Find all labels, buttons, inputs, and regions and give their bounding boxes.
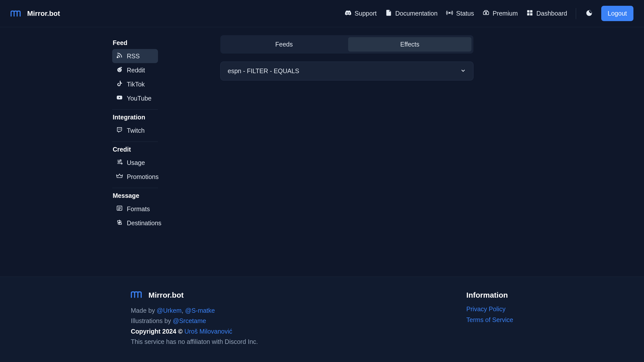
effect-select-dropdown[interactable]: espn - FILTER - EQUALS [220,62,473,80]
nav-dashboard[interactable]: Dashboard [525,7,568,20]
sidebar-section-integration: Integration Twitch [112,114,220,138]
broadcast-icon [446,9,453,18]
footer: Mirror.bot Made by @Urkem, @S-matke Illu… [0,277,644,362]
nav-label: Support [355,10,377,17]
link-terms-of-service[interactable]: Terms of Service [466,316,513,324]
footer-illustrations: Illustrations by @Srcetame [131,316,258,326]
nav-status[interactable]: Status [445,7,475,20]
discord-icon [345,9,352,18]
nav-documentation[interactable]: Documentation [384,7,438,20]
svg-point-7 [590,11,591,12]
svg-rect-3 [527,10,530,12]
link-srcetame[interactable]: @Srcetame [173,317,206,324]
tiktok-icon [116,80,123,88]
svg-point-13 [118,69,119,70]
svg-point-14 [120,69,121,70]
svg-point-8 [591,12,592,13]
document-icon [385,9,392,18]
nav-label: Premium [493,10,518,17]
footer-text: Made by [131,307,157,314]
sidebar-heading: Feed [112,39,220,49]
sidebar-section-message: Message Formats Destinations [112,192,220,230]
sidebar-item-tiktok[interactable]: TikTok [112,77,158,91]
sidebar-item-youtube[interactable]: YouTube [112,91,158,105]
sidebar-item-usage[interactable]: Usage [112,156,158,170]
link-smatke[interactable]: @S-matke [185,307,215,314]
sidebar-item-label: Formats [127,205,150,213]
tabs: Feeds Effects [220,35,473,54]
sidebar-item-label: Destinations [127,219,162,227]
footer-text: Illustrations by [131,317,173,324]
reddit-icon [116,66,123,74]
logout-button[interactable]: Logout [601,6,633,21]
footer-copyright: Copyright 2024 © Uroš Milovanović [131,326,258,337]
nav-label: Documentation [395,10,437,17]
sidebar-divider [112,142,158,142]
footer-brand-name: Mirror.bot [148,291,184,299]
footer-right: Information Privacy Policy Terms of Serv… [466,291,513,347]
footer-left: Mirror.bot Made by @Urkem, @S-matke Illu… [131,291,258,347]
sidebar-item-label: Reddit [127,67,145,74]
svg-point-18 [121,163,122,164]
svg-point-2 [486,12,487,14]
link-urkem[interactable]: @Urkem [157,307,182,314]
brand-logo-icon [131,291,144,299]
sidebar-section-feed: Feed RSS Reddit TikTok YouTube [112,39,220,105]
footer-made-by: Made by @Urkem, @S-matke [131,305,258,316]
link-privacy-policy[interactable]: Privacy Policy [466,305,513,313]
sidebar-item-rss[interactable]: RSS [112,49,158,63]
youtube-icon [116,94,123,102]
brand-name: Mirror.bot [27,10,60,18]
svg-rect-6 [530,13,532,15]
sidebar-section-credit: Credit Usage Promotions [112,146,220,184]
chevron-down-icon [460,68,466,75]
sidebar-item-label: Promotions [127,173,158,180]
sidebar-heading: Message [112,192,220,202]
nav-label: Dashboard [536,10,567,17]
link-uros[interactable]: Uroš Milovanović [184,328,232,335]
premium-icon [482,9,490,18]
sidebar-heading: Integration [112,114,220,123]
svg-point-17 [118,161,119,162]
sidebar-heading: Credit [112,146,220,156]
sliders-icon [116,159,123,167]
nav-divider [576,8,576,19]
brand-logo[interactable]: Mirror.bot [11,10,60,18]
tab-feeds[interactable]: Feeds [222,37,346,52]
sidebar-divider [112,109,158,110]
sidebar-item-reddit[interactable]: Reddit [112,63,158,77]
brand-logo-icon [11,10,23,17]
sidebar-item-promotions[interactable]: Promotions [112,170,158,184]
dashboard-icon [526,9,533,18]
svg-rect-4 [530,10,532,12]
content: Feeds Effects espn - FILTER - EQUALS [220,27,644,277]
sidebar-item-formats[interactable]: Formats [112,202,158,216]
svg-point-0 [449,12,450,13]
sidebar-item-destinations[interactable]: Destinations [112,216,158,230]
crown-icon [116,173,123,181]
rss-icon [116,52,123,60]
sidebar-item-twitch[interactable]: Twitch [112,123,158,138]
sidebar: Feed RSS Reddit TikTok YouTube Integrati… [0,27,220,277]
sidebar-item-label: Usage [127,159,145,166]
theme-icon [585,9,593,18]
theme-toggle-button[interactable] [584,8,595,19]
svg-point-9 [589,10,590,11]
sidebar-item-label: TikTok [127,81,145,88]
svg-point-16 [120,160,121,161]
main: Feed RSS Reddit TikTok YouTube Integrati… [0,27,644,277]
svg-point-11 [117,68,122,72]
nav-support[interactable]: Support [344,7,378,20]
top-nav: Support Documentation Status Premium Das… [344,6,633,21]
signpost-icon [116,219,123,227]
sidebar-item-label: Twitch [127,127,145,134]
sidebar-item-label: RSS [127,53,140,60]
svg-point-10 [117,57,118,58]
tab-effects[interactable]: Effects [348,37,471,52]
footer-brand: Mirror.bot [131,291,258,299]
nav-premium[interactable]: Premium [481,7,519,20]
nav-label: Status [456,10,474,17]
footer-text: , [182,307,185,314]
dropdown-selected-label: espn - FILTER - EQUALS [228,67,299,75]
sidebar-divider [112,188,158,188]
